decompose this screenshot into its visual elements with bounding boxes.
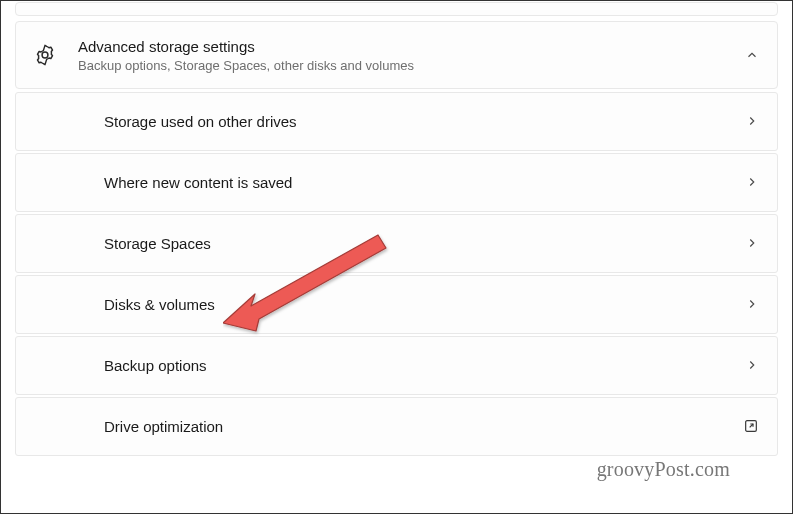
svg-point-0 [42, 52, 48, 58]
item-disks-and-volumes[interactable]: Disks & volumes [15, 275, 778, 334]
item-backup-options[interactable]: Backup options [15, 336, 778, 395]
item-label: Storage Spaces [104, 235, 745, 252]
panel-top-section [15, 2, 778, 16]
item-label: Disks & volumes [104, 296, 745, 313]
item-storage-spaces[interactable]: Storage Spaces [15, 214, 778, 273]
item-label: Drive optimization [104, 418, 743, 435]
advanced-storage-settings-header[interactable]: Advanced storage settings Backup options… [15, 21, 778, 89]
chevron-right-icon [745, 114, 759, 128]
chevron-up-icon [745, 48, 759, 62]
item-drive-optimization[interactable]: Drive optimization [15, 397, 778, 456]
section-subtitle: Backup options, Storage Spaces, other di… [78, 58, 745, 73]
item-label: Backup options [104, 357, 745, 374]
chevron-right-icon [745, 297, 759, 311]
external-link-icon [743, 418, 759, 434]
gear-icon [34, 44, 56, 66]
chevron-right-icon [745, 236, 759, 250]
item-storage-used-other-drives[interactable]: Storage used on other drives [15, 92, 778, 151]
item-label: Storage used on other drives [104, 113, 745, 130]
watermark: groovyPost.com [597, 458, 730, 481]
section-title: Advanced storage settings [78, 37, 745, 57]
settings-list: Storage used on other drives Where new c… [15, 92, 778, 456]
chevron-right-icon [745, 175, 759, 189]
item-label: Where new content is saved [104, 174, 745, 191]
chevron-right-icon [745, 358, 759, 372]
item-where-new-content-saved[interactable]: Where new content is saved [15, 153, 778, 212]
